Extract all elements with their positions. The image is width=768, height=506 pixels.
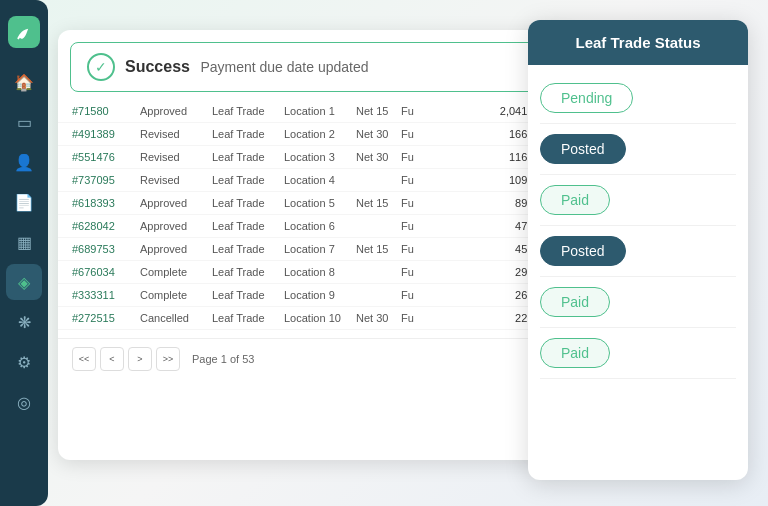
table-row[interactable]: #491389 Revised Leaf Trade Location 2 Ne… [58,123,578,146]
row-location: Location 2 [284,128,356,140]
row-terms: Net 15 [356,197,401,209]
row-type: Fu [401,151,429,163]
row-location: Location 7 [284,243,356,255]
status-item[interactable]: Paid [540,175,736,226]
sidebar: 🏠 ▭ 👤 📄 ▦ ◈ ❋ ⚙ ◎ [0,0,48,506]
row-source: Leaf Trade [212,128,284,140]
sidebar-item-chart[interactable]: ◈ [6,264,42,300]
row-type: Fu [401,266,429,278]
row-status: Revised [140,174,212,186]
row-terms: Net 30 [356,128,401,140]
sidebar-item-truck[interactable]: ▦ [6,224,42,260]
row-id: #71580 [72,105,140,117]
sidebar-item-settings[interactable]: ⚙ [6,344,42,380]
row-status: Approved [140,105,212,117]
row-location: Location 9 [284,289,356,301]
success-label: Success [125,58,190,75]
row-source: Leaf Trade [212,312,284,324]
row-type: Fu [401,312,429,324]
sidebar-item-home[interactable]: 🏠 [6,64,42,100]
table-row[interactable]: #333311 Complete Leaf Trade Location 9 F… [58,284,578,307]
status-panel: Leaf Trade Status Pending Posted Paid Po… [528,20,748,480]
table-row[interactable]: #628042 Approved Leaf Trade Location 6 F… [58,215,578,238]
status-item[interactable]: Pending [540,73,736,124]
sidebar-item-leaf[interactable]: ❋ [6,304,42,340]
row-source: Leaf Trade [212,151,284,163]
status-item[interactable]: Posted [540,226,736,277]
table-row[interactable]: #551476 Revised Leaf Trade Location 3 Ne… [58,146,578,169]
sidebar-item-users[interactable]: 👤 [6,144,42,180]
row-source: Leaf Trade [212,105,284,117]
status-badge-posted-2[interactable]: Posted [540,236,626,266]
pagination-last-button[interactable]: >> [156,347,180,371]
main-panel: ✓ Success Payment due date updated #7158… [58,30,578,460]
pagination-next-button[interactable]: > [128,347,152,371]
sidebar-item-card[interactable]: ▭ [6,104,42,140]
row-type: Fu [401,174,429,186]
row-id: #628042 [72,220,140,232]
row-location: Location 6 [284,220,356,232]
row-type: Fu [401,128,429,140]
row-id: #551476 [72,151,140,163]
row-source: Leaf Trade [212,197,284,209]
row-type: Fu [401,197,429,209]
row-location: Location 3 [284,151,356,163]
table-row[interactable]: #676034 Complete Leaf Trade Location 8 F… [58,261,578,284]
row-status: Approved [140,220,212,232]
row-source: Leaf Trade [212,243,284,255]
success-banner: ✓ Success Payment due date updated [70,42,566,92]
row-source: Leaf Trade [212,174,284,186]
row-source: Leaf Trade [212,289,284,301]
row-status: Revised [140,151,212,163]
row-location: Location 4 [284,174,356,186]
status-panel-header: Leaf Trade Status [528,20,748,65]
table-row[interactable]: #71580 Approved Leaf Trade Location 1 Ne… [58,100,578,123]
row-source: Leaf Trade [212,220,284,232]
status-item[interactable]: Paid [540,277,736,328]
table-container: #71580 Approved Leaf Trade Location 1 Ne… [58,92,578,338]
row-type: Fu [401,220,429,232]
status-badge-paid-3[interactable]: Paid [540,338,610,368]
sidebar-logo[interactable] [8,16,40,48]
row-id: #618393 [72,197,140,209]
row-terms: Net 30 [356,312,401,324]
table-row[interactable]: #737095 Revised Leaf Trade Location 4 Fu… [58,169,578,192]
status-list: Pending Posted Paid Posted Paid Paid [528,65,748,387]
row-status: Complete [140,266,212,278]
row-id: #676034 [72,266,140,278]
row-location: Location 8 [284,266,356,278]
sidebar-item-eye[interactable]: ◎ [6,384,42,420]
status-badge-pending[interactable]: Pending [540,83,633,113]
row-location: Location 5 [284,197,356,209]
row-status: Cancelled [140,312,212,324]
row-id: #737095 [72,174,140,186]
status-badge-paid[interactable]: Paid [540,185,610,215]
status-badge-paid-2[interactable]: Paid [540,287,610,317]
row-type: Fu [401,289,429,301]
row-type: Fu [401,105,429,117]
row-id: #689753 [72,243,140,255]
table-row[interactable]: #689753 Approved Leaf Trade Location 7 N… [58,238,578,261]
row-terms: Net 30 [356,151,401,163]
pagination-page-info: Page 1 of 53 [192,353,254,365]
row-status: Approved [140,243,212,255]
row-terms: Net 15 [356,243,401,255]
success-description: Payment due date updated [200,59,368,75]
row-location: Location 10 [284,312,356,324]
row-status: Complete [140,289,212,301]
pagination-prev-button[interactable]: < [100,347,124,371]
status-item[interactable]: Posted [540,124,736,175]
sidebar-item-document[interactable]: 📄 [6,184,42,220]
status-item[interactable]: Paid [540,328,736,379]
pagination-first-button[interactable]: << [72,347,96,371]
row-location: Location 1 [284,105,356,117]
row-status: Revised [140,128,212,140]
row-source: Leaf Trade [212,266,284,278]
pagination: << < > >> Page 1 of 53 [58,338,578,379]
table-row[interactable]: #618393 Approved Leaf Trade Location 5 N… [58,192,578,215]
row-status: Approved [140,197,212,209]
success-check-icon: ✓ [87,53,115,81]
table-row[interactable]: #272515 Cancelled Leaf Trade Location 10… [58,307,578,330]
row-id: #272515 [72,312,140,324]
status-badge-posted[interactable]: Posted [540,134,626,164]
